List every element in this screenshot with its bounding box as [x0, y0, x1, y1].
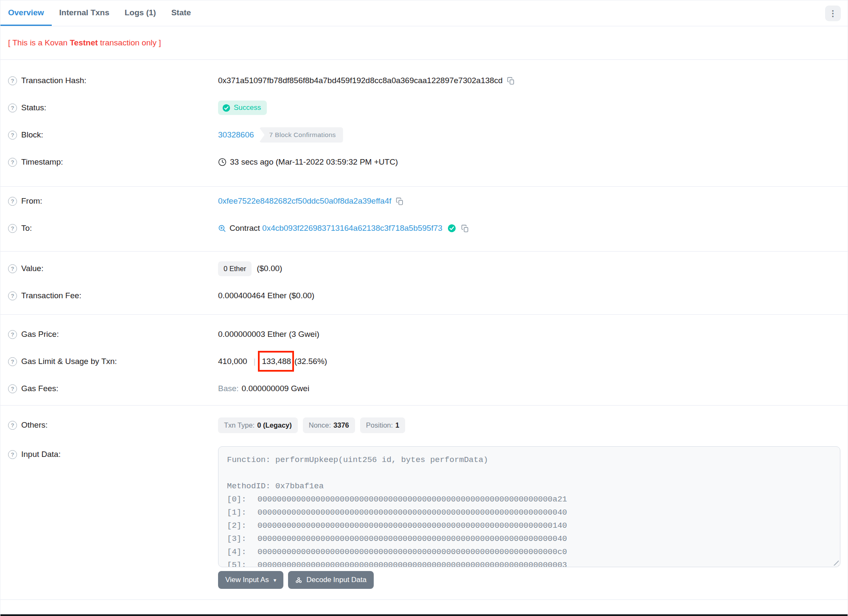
help-icon[interactable]: ? — [8, 197, 17, 206]
gas-fees-base-value: 0.000000009 Gwei — [242, 384, 310, 393]
section-value: ?Value: 0 Ether ($0.00) ?Transaction Fee… — [0, 252, 848, 315]
tab-overview[interactable]: Overview — [0, 0, 52, 26]
timestamp-label: Timestamp: — [21, 157, 63, 167]
block-label: Block: — [21, 130, 43, 140]
row-gas-limit-usage: ?Gas Limit & Usage by Txn: 410,000 | 133… — [0, 348, 848, 375]
section-summary: ?Transaction Hash: 0x371a51097fb78df856f… — [0, 60, 848, 187]
row-gas-fees: ?Gas Fees: Base: 0.000000009 Gwei — [0, 375, 848, 402]
to-type-label: Contract — [229, 224, 260, 233]
row-others: ?Others: Txn Type:0 (Legacy) Nonce:3376 … — [0, 412, 848, 439]
status-badge: Success — [218, 101, 267, 115]
transaction-hash-value: 0x371a51097fb78df856f8b4a7bd459f192d8cc8… — [218, 76, 503, 85]
footer-spacer — [0, 600, 848, 614]
gas-fees-label: Gas Fees: — [21, 384, 59, 393]
from-address-link[interactable]: 0xfee7522e8482682cf50ddc50a0f8da2a39effa… — [218, 196, 392, 206]
timestamp-value: 33 secs ago (Mar-11-2022 03:59:32 PM +UT… — [230, 157, 398, 167]
gas-limit-value: 410,000 — [218, 357, 247, 366]
window-bottom-edge — [0, 614, 848, 616]
method-id-line: MethodID: 0x7bbaf1ea — [227, 480, 831, 493]
decode-input-data-button[interactable]: Decode Input Data — [288, 571, 374, 589]
input-word-row: [2]:000000000000000000000000000000000000… — [227, 519, 831, 532]
txn-type-badge: Txn Type:0 (Legacy) — [218, 417, 298, 433]
transaction-hash-label: Transaction Hash: — [21, 76, 86, 85]
help-icon[interactable]: ? — [8, 421, 17, 430]
transaction-fee-value: 0.000400464 Ether ($0.00) — [218, 291, 314, 300]
gas-used-value: 133,488 — [262, 357, 291, 366]
input-word-row: [5]:000000000000000000000000000000000000… — [227, 559, 831, 567]
view-input-as-button[interactable]: View Input As ▾ — [218, 571, 283, 589]
input-word-row: [0]:000000000000000000000000000000000000… — [227, 493, 831, 506]
copy-icon[interactable] — [507, 77, 515, 85]
position-badge: Position:1 — [360, 417, 405, 433]
tab-logs[interactable]: Logs (1) — [117, 0, 164, 26]
block-number-link[interactable]: 30328606 — [218, 130, 254, 140]
tab-internal-txns[interactable]: Internal Txns — [52, 0, 117, 26]
decode-icon — [295, 577, 302, 584]
input-word-row: [4]:000000000000000000000000000000000000… — [227, 546, 831, 559]
kebab-menu-button[interactable]: ⋮ — [825, 6, 841, 21]
help-icon[interactable]: ? — [8, 131, 17, 140]
section-parties: ?From: 0xfee7522e8482682cf50ddc50a0f8da2… — [0, 187, 848, 252]
zoom-in-icon[interactable] — [218, 224, 226, 232]
row-input-data: ?Input Data: Function: performUpkeep(uin… — [0, 446, 848, 589]
help-icon[interactable]: ? — [8, 291, 17, 300]
value-label: Value: — [21, 264, 43, 273]
nonce-badge: Nonce:3376 — [303, 417, 355, 433]
block-confirmations-badge: 7 Block Confirmations — [259, 127, 343, 143]
gas-used-percent: (32.56%) — [294, 357, 327, 366]
row-transaction-fee: ?Transaction Fee: 0.000400464 Ether ($0.… — [0, 282, 848, 309]
section-gas: ?Gas Price: 0.000000003 Ether (3 Gwei) ?… — [0, 315, 848, 406]
help-icon[interactable]: ? — [8, 330, 17, 339]
row-transaction-hash: ?Transaction Hash: 0x371a51097fb78df856f… — [0, 67, 848, 94]
help-icon[interactable]: ? — [8, 264, 17, 273]
value-usd: ($0.00) — [257, 264, 282, 273]
gas-limit-usage-label: Gas Limit & Usage by Txn: — [21, 357, 117, 366]
help-icon[interactable]: ? — [8, 384, 17, 393]
copy-icon[interactable] — [396, 197, 404, 205]
transaction-fee-label: Transaction Fee: — [21, 291, 81, 300]
help-icon[interactable]: ? — [8, 104, 17, 112]
separator: | — [254, 357, 256, 366]
kebab-menu-icon: ⋮ — [829, 8, 837, 18]
row-from: ?From: 0xfee7522e8482682cf50ddc50a0f8da2… — [0, 188, 848, 215]
section-others: ?Others: Txn Type:0 (Legacy) Nonce:3376 … — [0, 406, 848, 439]
gas-fees-base-label: Base: — [218, 384, 239, 393]
clock-icon — [218, 158, 227, 166]
to-address-link[interactable]: 0x4cb093f226983713164a62138c3f718a5b595f… — [262, 224, 442, 233]
others-label: Others: — [21, 420, 48, 430]
gas-price-label: Gas Price: — [21, 330, 59, 339]
help-icon[interactable]: ? — [8, 158, 17, 167]
testnet-notice: [ This is a Kovan Testnet transaction on… — [0, 26, 848, 60]
to-label: To: — [21, 224, 32, 233]
row-block: ?Block: 30328606 7 Block Confirmations — [0, 121, 848, 148]
input-word-row: [1]:000000000000000000000000000000000000… — [227, 506, 831, 519]
input-word-row: [3]:000000000000000000000000000000000000… — [227, 532, 831, 546]
copy-icon[interactable] — [461, 224, 469, 232]
row-to: ?To: Contract 0x4cb093f226983713164a6213… — [0, 215, 848, 242]
from-label: From: — [21, 196, 42, 206]
status-label: Status: — [21, 103, 46, 112]
check-circle-icon — [222, 104, 230, 112]
help-icon[interactable]: ? — [8, 357, 17, 366]
resize-handle[interactable] — [833, 560, 839, 566]
input-data-textarea[interactable]: Function: performUpkeep(uint256 id, byte… — [218, 446, 840, 567]
function-line: Function: performUpkeep(uint256 id, byte… — [227, 454, 831, 467]
tab-state[interactable]: State — [164, 0, 199, 26]
help-icon[interactable]: ? — [8, 224, 17, 233]
transaction-overview-page: Overview Internal Txns Logs (1) State ⋮ … — [0, 0, 848, 616]
verified-check-icon — [448, 224, 456, 232]
gas-price-value: 0.000000003 Ether (3 Gwei) — [218, 330, 319, 339]
tab-bar: Overview Internal Txns Logs (1) State ⋮ — [0, 0, 848, 26]
help-icon[interactable]: ? — [8, 76, 17, 85]
row-timestamp: ?Timestamp: 33 secs ago (Mar-11-2022 03:… — [0, 148, 848, 176]
help-icon[interactable]: ? — [8, 450, 17, 459]
ether-value-badge: 0 Ether — [218, 261, 252, 276]
row-status: ?Status: Success — [0, 94, 848, 121]
input-data-label: Input Data: — [21, 450, 61, 459]
chevron-down-icon: ▾ — [274, 577, 277, 583]
section-input-data: ?Input Data: Function: performUpkeep(uin… — [0, 439, 848, 600]
row-gas-price: ?Gas Price: 0.000000003 Ether (3 Gwei) — [0, 321, 848, 348]
row-value: ?Value: 0 Ether ($0.00) — [0, 255, 848, 282]
